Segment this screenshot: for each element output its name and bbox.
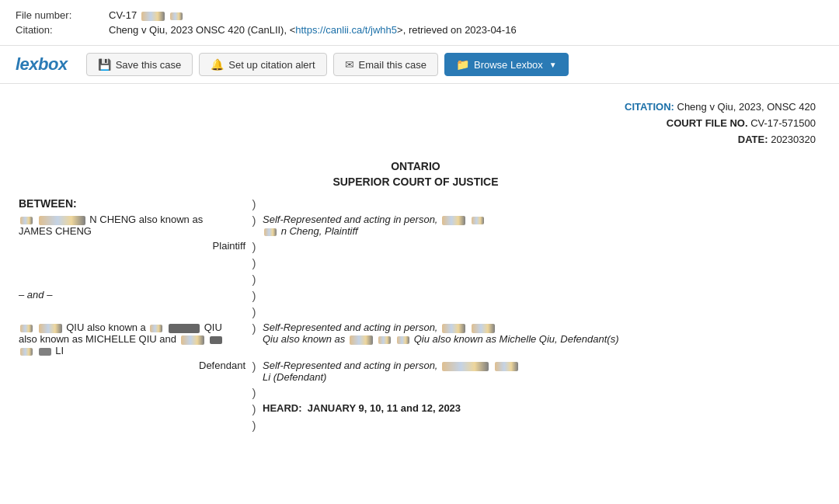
redacted-def-5 xyxy=(181,335,204,345)
folder-icon: 📁 xyxy=(456,58,469,71)
defendant-name-part2: QIU xyxy=(204,322,222,333)
redacted-srd-2 xyxy=(472,324,495,333)
citation-alert-label: Set up citation alert xyxy=(228,59,315,71)
citation-value: Cheng v Qiu, 2023 ONSC 420 (CanLII), <ht… xyxy=(109,24,517,36)
dropdown-arrow-icon: ▼ xyxy=(549,61,557,69)
between-cell: BETWEEN: xyxy=(16,196,249,212)
self-rep-def-3: Qiu also known as Michelle Qiu, Defendan… xyxy=(414,333,619,345)
plaintiff-name-row: N CHENG also known asJAMES CHENG ) Self-… xyxy=(16,212,816,238)
self-rep-def-1: Self-Represented and acting in person, xyxy=(263,322,437,333)
toolbar: lexbox 💾 Save this case 🔔 Set up citatio… xyxy=(0,45,839,84)
court-heading: ONTARIO SUPERIOR COURT OF JUSTICE xyxy=(16,160,816,188)
spacer-row-1: ) xyxy=(16,255,816,271)
heard-row: ) xyxy=(16,384,816,401)
plaintiff-role: Plaintiff xyxy=(213,240,245,252)
email-case-button[interactable]: ✉ Email this case xyxy=(333,53,438,76)
redacted-def-8 xyxy=(39,348,51,356)
between-label: BETWEEN: xyxy=(19,197,77,210)
bracket-1: ) xyxy=(249,196,259,212)
bracket-8: ) xyxy=(249,320,259,358)
self-rep-def-2: Qiu also known as xyxy=(263,333,345,345)
save-case-label: Save this case xyxy=(116,59,182,71)
citation-block: CITATION: Cheng v Qiu, 2023, ONSC 420 CO… xyxy=(16,99,816,148)
self-rep-li-cell: Self-Represented and acting in person, L… xyxy=(259,358,816,384)
redacted-srd-3 xyxy=(350,335,373,345)
spacer-row-end: ) xyxy=(16,417,816,433)
parties-table: BETWEEN: ) N CHENG also known asJAMES CH… xyxy=(16,196,816,433)
redacted-srd-5 xyxy=(397,336,409,344)
redacted-def-6 xyxy=(210,336,222,344)
bracket-5: ) xyxy=(249,271,259,287)
redacted-block-2 xyxy=(170,12,183,20)
heard-cell: HEARD: JANUARY 9, 10, 11 and 12, 2023 xyxy=(259,401,816,417)
and-separator-cell: – and – xyxy=(16,287,249,304)
redacted-sr-3 xyxy=(264,228,277,236)
between-row: BETWEEN: ) xyxy=(16,196,816,212)
redacted-srd-7 xyxy=(495,362,518,371)
self-rep-plaintiff-cell: Self-Represented and acting in person, n… xyxy=(259,212,816,238)
defendant-name-part3: also known as MICHELLE QIU and xyxy=(19,333,179,345)
defendant-role-cell: Defendant xyxy=(16,358,249,384)
redacted-plaintiff-1 xyxy=(20,217,33,224)
email-case-label: Email this case xyxy=(359,59,426,71)
court-name: SUPERIOR COURT OF JUSTICE xyxy=(16,176,816,188)
bracket-9: ) xyxy=(249,358,259,384)
right-empty-1 xyxy=(259,196,816,212)
right-empty-2 xyxy=(259,238,816,255)
plaintiff-role-cell: Plaintiff xyxy=(16,238,249,255)
bracket-12: ) xyxy=(249,417,259,433)
bracket-3: ) xyxy=(249,238,259,255)
self-rep-plaintiff-text: Self-Represented and acting in person, xyxy=(263,214,437,225)
citation-line: CITATION: Cheng v Qiu, 2023, ONSC 420 xyxy=(16,99,816,116)
redacted-srd-6 xyxy=(442,362,489,371)
defendant-name-row: QIU also known a QIU also known as MICHE… xyxy=(16,320,816,358)
defendant-name-cell: QIU also known a QIU also known as MICHE… xyxy=(16,320,249,358)
bracket-6: ) xyxy=(249,287,259,304)
plaintiff-name-cell: N CHENG also known asJAMES CHENG xyxy=(16,212,249,238)
file-number-label: File number: xyxy=(16,9,109,21)
right-empty-3 xyxy=(259,287,816,304)
bracket-7: ) xyxy=(249,304,259,320)
defendant-name-li: LI xyxy=(55,345,64,356)
jurisdiction: ONTARIO xyxy=(16,160,816,172)
lexbox-logo: lexbox xyxy=(16,54,68,75)
redacted-plaintiff-2 xyxy=(39,216,85,225)
redacted-def-7 xyxy=(20,348,33,356)
browse-lexbox-button[interactable]: 📁 Browse Lexbox ▼ xyxy=(444,53,569,76)
spacer-row-2: ) xyxy=(16,271,816,287)
document-content: CITATION: Cheng v Qiu, 2023, ONSC 420 CO… xyxy=(0,84,839,449)
citation-link[interactable]: https://canlii.ca/t/jwhh5 xyxy=(295,24,397,36)
bell-icon: 🔔 xyxy=(211,58,224,71)
bracket-11: ) xyxy=(249,401,259,417)
email-icon: ✉ xyxy=(345,58,354,71)
browse-lexbox-label: Browse Lexbox xyxy=(474,59,543,71)
date-value: 20230320 xyxy=(771,134,816,145)
citation-alert-button[interactable]: 🔔 Set up citation alert xyxy=(199,53,326,76)
self-rep-def-5: Li (Defendant) xyxy=(263,371,326,383)
redacted-sr-1 xyxy=(442,216,465,225)
citation-row: Citation: Cheng v Qiu, 2023 ONSC 420 (Ca… xyxy=(16,24,823,36)
heard-text: HEARD: JANUARY 9, 10, 11 and 12, 2023 xyxy=(263,402,461,414)
redacted-srd-4 xyxy=(378,336,391,344)
bracket-2: ) xyxy=(249,212,259,238)
date-line: DATE: 20230320 xyxy=(16,132,816,148)
redacted-srd-1 xyxy=(442,324,465,333)
spacer-row-3: ) xyxy=(16,304,816,320)
citation-block-label: CITATION: xyxy=(625,101,674,113)
court-file-value: CV-17-571500 xyxy=(750,117,816,129)
court-file-line: COURT FILE NO. CV-17-571500 xyxy=(16,116,816,132)
heard-value: JANUARY 9, 10, 11 and 12, 2023 xyxy=(308,402,461,414)
redacted-sr-2 xyxy=(472,217,484,224)
citation-block-value: Cheng v Qiu, 2023, ONSC 420 xyxy=(677,101,816,113)
self-rep-defendant-cell: Self-Represented and acting in person, Q… xyxy=(259,320,816,358)
bracket-4: ) xyxy=(249,255,259,271)
file-number-row: File number: CV-17 xyxy=(16,9,823,21)
defendant-role: Defendant xyxy=(199,360,245,371)
redacted-def-4 xyxy=(169,324,200,333)
defendant-name-part1: QIU also known a xyxy=(66,322,146,333)
redacted-block-1 xyxy=(141,12,165,21)
save-icon: 💾 xyxy=(98,58,111,71)
metadata-section: File number: CV-17 Citation: Cheng v Qiu… xyxy=(0,0,839,45)
save-case-button[interactable]: 💾 Save this case xyxy=(86,53,193,76)
redacted-def-1 xyxy=(20,325,33,332)
